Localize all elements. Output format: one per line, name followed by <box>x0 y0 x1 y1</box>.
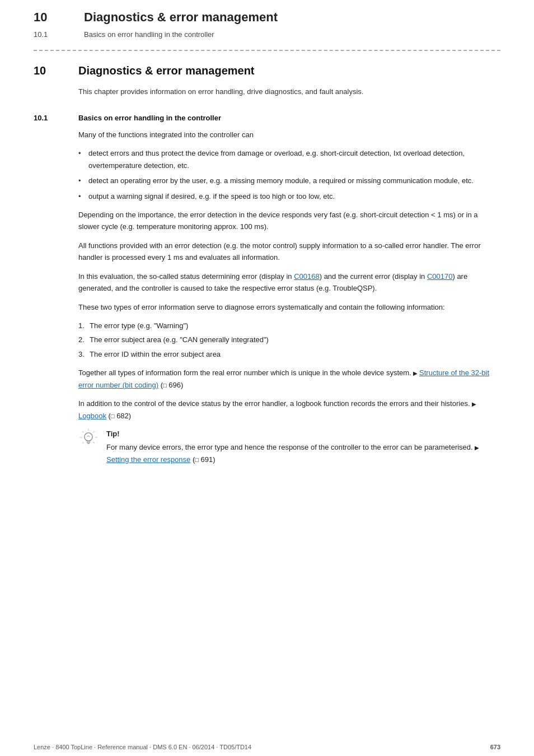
svg-line-6 <box>82 442 83 444</box>
footer-left: Lenze · 8400 TopLine · Reference manual … <box>34 744 251 750</box>
bullet-list: detect errors and thus protect the devic… <box>78 147 500 202</box>
tip-link-arrow <box>475 443 479 451</box>
setting-error-response-link[interactable]: Setting the error response <box>106 455 190 464</box>
tip-svg-icon <box>78 427 99 447</box>
numbered-item-1: 1.The error type (e.g. "Warning") <box>78 320 500 332</box>
para-1: Many of the functions integrated into th… <box>78 129 500 141</box>
c00170-link[interactable]: C00170 <box>427 272 453 281</box>
section-10-num: 10 <box>34 64 78 77</box>
para-6-ref: (□ 696) <box>161 381 184 389</box>
dashed-separator <box>34 50 500 51</box>
header-sub-num: 10.1 <box>34 30 67 39</box>
section-10-1-num: 10.1 <box>34 114 78 122</box>
bullet-item-2: detect an operating error by the user, e… <box>78 175 500 186</box>
para-7-ref: (□ 682) <box>109 412 132 420</box>
tip-box: Tip! For many device errors, the error t… <box>78 430 500 465</box>
para-7-pre: In addition to the control of the device… <box>78 399 472 408</box>
tip-text-pre: For many device errors, the error type a… <box>106 443 475 451</box>
header-sub: 10.1 Basics on error handling in the con… <box>0 29 534 44</box>
para-5: These two types of error information ser… <box>78 301 500 313</box>
tip-para: For many device errors, the error type a… <box>106 441 500 465</box>
section-10-heading: 10 Diagnostics & error management <box>34 64 500 77</box>
numbered-item-3: 3.The error ID within the error subject … <box>78 348 500 360</box>
para-4-mid: ) and the current error (display in <box>320 272 427 281</box>
tip-content: Tip! For many device errors, the error t… <box>106 430 500 465</box>
bullet-item-3: output a warning signal if desired, e.g.… <box>78 190 500 202</box>
svg-line-3 <box>93 442 95 444</box>
tip-label: Tip! <box>106 430 500 438</box>
section-10-1-title: Basics on error handling in the controll… <box>78 114 221 122</box>
main-content: 10 Diagnostics & error management This c… <box>0 64 534 738</box>
header-chapter-title: Diagnostics & error management <box>84 10 278 25</box>
structure-link-arrow <box>413 368 419 377</box>
numbered-item-2: 2.The error subject area (e.g. "CAN gene… <box>78 334 500 346</box>
c00168-link[interactable]: C00168 <box>294 272 320 281</box>
logbook-link[interactable]: Logbook <box>78 412 106 420</box>
section-10-intro: This chapter provides information on err… <box>78 86 500 98</box>
para-6-pre: Together all types of information form t… <box>78 368 413 377</box>
para-4: In this evaluation, the so-called status… <box>78 270 500 295</box>
section-10-1-heading: 10.1 Basics on error handling in the con… <box>34 114 500 122</box>
svg-line-1 <box>93 431 95 432</box>
tip-icon <box>78 427 101 450</box>
footer-page-number: 673 <box>490 744 500 750</box>
para-7: In addition to the control of the device… <box>78 398 500 422</box>
para-4-pre: In this evaluation, the so-called status… <box>78 272 294 281</box>
header-bar: 10 Diagnostics & error management <box>0 0 534 29</box>
subsection-body: Many of the functions integrated into th… <box>78 129 500 465</box>
para-6: Together all types of information form t… <box>78 367 500 391</box>
svg-line-4 <box>82 431 83 432</box>
para-3: All functions provided with an error det… <box>78 240 500 264</box>
logbook-link-arrow <box>472 399 476 408</box>
tip-ref: (□ 691) <box>193 455 216 464</box>
footer: Lenze · 8400 TopLine · Reference manual … <box>0 738 534 756</box>
header-chapter-num: 10 <box>34 10 67 25</box>
bullet-item-1: detect errors and thus protect the devic… <box>78 147 500 171</box>
numbered-list: 1.The error type (e.g. "Warning") 2.The … <box>78 320 500 360</box>
svg-point-7 <box>85 433 92 441</box>
header-sub-title: Basics on error handling in the controll… <box>84 30 214 39</box>
para-2: Depending on the importance, the error d… <box>78 209 500 233</box>
section-10-title: Diagnostics & error management <box>78 64 255 77</box>
